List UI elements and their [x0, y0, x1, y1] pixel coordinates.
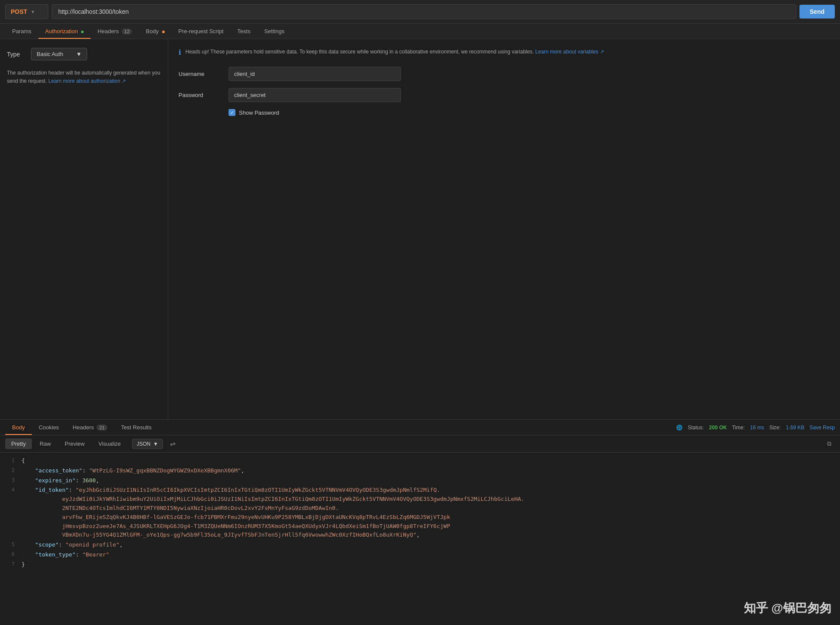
code-line-2: 2 "access_token": "WtPzLG-I9sWZ_gqxBBNZD…: [0, 466, 840, 476]
type-value: Basic Auth: [37, 51, 63, 57]
status-label: Status:: [688, 425, 704, 431]
type-select[interactable]: Basic Auth ▼: [31, 48, 87, 60]
request-tabs: Params Authorization Headers 12 Body Pre…: [0, 24, 840, 39]
format-bar: Pretty Raw Preview Visualize JSON ▼ ⇌ ⧉: [0, 435, 840, 453]
username-row: Username: [179, 67, 830, 81]
url-bar: POST ▼ Send: [0, 0, 840, 24]
copy-icon[interactable]: ⧉: [824, 438, 835, 449]
password-row: Password: [179, 88, 830, 102]
variables-link[interactable]: Learn more about variables ↗: [535, 49, 604, 55]
time-label: Time:: [732, 425, 745, 431]
format-type-chevron-icon: ▼: [153, 441, 158, 447]
show-password-label[interactable]: Show Password: [239, 109, 279, 116]
save-response-button[interactable]: Save Resp: [809, 425, 835, 431]
code-line-4: 4 "id_token": "eyJhbGci0iJSUzI1NiIsInR5c…: [0, 485, 840, 540]
tab-params[interactable]: Params: [5, 24, 38, 39]
password-label: Password: [179, 92, 222, 98]
size-label: Size:: [769, 425, 781, 431]
type-row: Type Basic Auth ▼: [7, 48, 161, 60]
time-value: 16 ms: [750, 425, 764, 431]
auth-content: Type Basic Auth ▼ The authorization head…: [0, 39, 840, 419]
learn-more-auth-link[interactable]: Learn more about authorization ↗: [48, 78, 126, 84]
info-text: Heads up! These parameters hold sensitiv…: [185, 48, 604, 56]
auth-description: The authorization header will be automat…: [7, 69, 161, 85]
code-line-1: 1 {: [0, 456, 840, 466]
headers-response-badge: 21: [97, 425, 107, 431]
response-tab-test-results[interactable]: Test Results: [114, 420, 159, 435]
code-line-5: 5 "scope": "openid profile",: [0, 540, 840, 550]
response-tab-body[interactable]: Body: [5, 420, 32, 435]
tab-headers[interactable]: Headers 12: [91, 24, 139, 39]
code-line-3: 3 "expires_in": 3600,: [0, 476, 840, 486]
format-type-select[interactable]: JSON ▼: [132, 439, 163, 449]
method-select[interactable]: POST ▼: [5, 4, 48, 19]
url-input[interactable]: [52, 4, 796, 19]
tab-settings[interactable]: Settings: [257, 24, 291, 39]
info-box: ℹ Heads up! These parameters hold sensit…: [179, 48, 830, 56]
code-line-6: 6 "token_type": "Bearer": [0, 550, 840, 560]
info-icon: ℹ: [179, 48, 181, 56]
format-tab-pretty[interactable]: Pretty: [5, 438, 32, 449]
format-type-value: JSON: [137, 441, 150, 447]
authorization-dot: [81, 31, 84, 33]
tab-tests[interactable]: Tests: [230, 24, 257, 39]
tab-pre-request[interactable]: Pre-request Script: [172, 24, 231, 39]
response-tab-headers[interactable]: Headers 21: [66, 420, 114, 435]
tab-body[interactable]: Body: [139, 24, 171, 39]
show-password-row: ✓ Show Password: [229, 109, 830, 116]
status-value: 200 OK: [709, 425, 727, 431]
format-tab-raw[interactable]: Raw: [34, 438, 57, 449]
filter-icon[interactable]: ⇌: [166, 438, 179, 450]
username-input[interactable]: [229, 67, 401, 81]
code-line-7: 7 }: [0, 560, 840, 570]
response-tab-cookies[interactable]: Cookies: [32, 420, 66, 435]
response-meta: 🌐 Status: 200 OK Time: 16 ms Size: 1.69 …: [676, 425, 835, 431]
left-panel: Type Basic Auth ▼ The authorization head…: [0, 39, 168, 419]
method-chevron-icon: ▼: [31, 9, 35, 14]
body-dot: [162, 31, 165, 33]
response-code-block: 1 { 2 "access_token": "WtPzLG-I9sWZ_gqxB…: [0, 453, 840, 618]
show-password-checkbox[interactable]: ✓: [229, 109, 235, 116]
response-section: Body Cookies Headers 21 Test Results 🌐 S…: [0, 419, 840, 618]
password-input[interactable]: [229, 88, 401, 102]
right-panel: ℹ Heads up! These parameters hold sensit…: [168, 39, 840, 419]
format-tab-visualize[interactable]: Visualize: [92, 438, 127, 449]
method-label: POST: [11, 8, 27, 15]
size-value: 1.69 KB: [786, 425, 805, 431]
type-label: Type: [7, 51, 24, 58]
checkmark-icon: ✓: [230, 110, 234, 116]
send-button[interactable]: Send: [799, 5, 835, 19]
username-label: Username: [179, 71, 222, 77]
headers-badge: 12: [122, 28, 132, 34]
response-tabs: Body Cookies Headers 21 Test Results 🌐 S…: [0, 420, 840, 435]
format-tab-preview[interactable]: Preview: [59, 438, 91, 449]
tab-authorization[interactable]: Authorization: [38, 24, 91, 39]
globe-icon: 🌐: [676, 425, 683, 431]
type-chevron-icon: ▼: [76, 51, 81, 57]
